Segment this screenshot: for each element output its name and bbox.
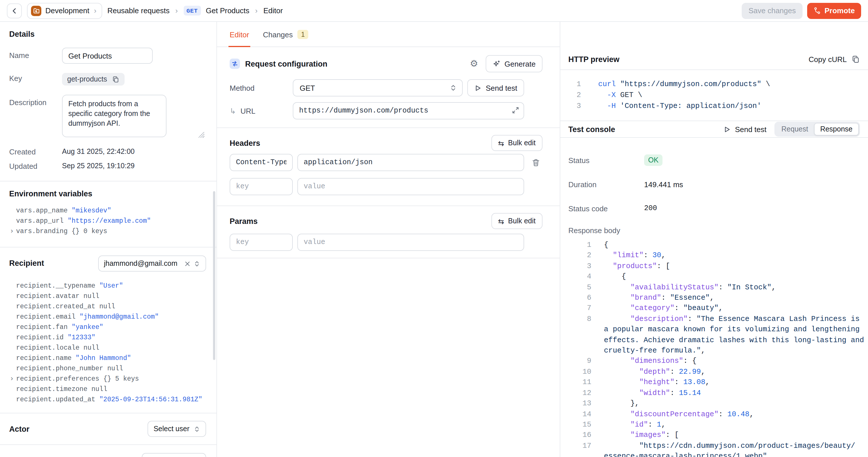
description-label: Description [9,95,62,140]
code-line: essence-mascara-lash-princess/1.webp" [568,451,860,457]
breadcrumb-request[interactable]: Get Products [206,6,249,15]
headers-heading: Headers [229,139,260,147]
variable-row: recipient.localenull [16,343,206,353]
variable-row: recipient.created_atnull [16,301,206,312]
trash-icon[interactable] [524,158,547,167]
editor-tab-bar: Editor Changes 1 [217,22,560,47]
headers-bulk-edit-button[interactable]: ⇆ Bulk edit [491,135,542,151]
section-divider [217,127,560,128]
code-line: 1{ [568,240,860,251]
changes-count-badge: 1 [298,30,309,39]
url-label: ↳ URL [229,106,293,115]
header-key-input[interactable] [229,154,293,171]
url-input[interactable] [293,102,524,119]
status-label: Status [568,156,644,164]
params-heading: Params [229,217,258,225]
variable-row[interactable]: ›vars.branding{} 0 keys [16,226,206,237]
tab-editor[interactable]: Editor [229,30,249,47]
copy-icon [851,55,860,64]
code-line: 2 "limit": 30, [568,251,860,261]
chevron-updown-icon [450,84,457,92]
method-select[interactable]: GET [293,79,463,96]
code-line: 17 "https://cdn.dummyjson.com/product-im… [568,440,860,451]
status-code-value: 200 [644,204,657,212]
variable-row: recipient.updated_at"2025-09-23T14:56:31… [16,394,206,405]
sparkle-icon [493,60,501,68]
breadcrumb-project[interactable]: Development › [27,3,102,19]
code-line: 14 "discountPercentage": 10.48, [568,409,860,420]
variable-row: recipient.id"12333" [16,332,206,343]
recipient-variables-list: recipient.__typename"User"recipient.avat… [9,281,206,405]
updated-label: Updated [9,161,62,171]
environment-variables-list: vars.app_name"mikesdev"vars.app_url"http… [9,206,206,237]
chevron-updown-icon [193,260,200,267]
code-line: 4 { [568,272,860,282]
key-label: Key [9,73,62,86]
copy-icon[interactable] [112,75,120,83]
header-value-input-empty[interactable] [298,178,524,195]
variable-row: vars.app_name"mikesdev" [16,206,206,216]
status-badge: OK [644,154,662,166]
expand-icon[interactable] [512,106,520,114]
code-line: effects. Achieve dramatic lashes with th… [568,335,860,346]
back-button[interactable] [7,3,22,18]
description-textarea[interactable]: Fetch products from a specific category … [62,95,166,137]
expand-chevron-icon[interactable]: › [10,374,14,384]
breadcrumb-section[interactable]: Reusable requests [107,6,169,15]
details-sidebar: Details Name Key get-products Descriptio… [0,22,217,457]
curl-preview-code: 1curl "https://dummyjson.com/products" \… [560,70,868,121]
param-key-input-empty[interactable] [229,234,293,251]
promote-button[interactable]: Promote [807,3,861,19]
created-value: Aug 31 2025, 22:42:00 [62,147,135,156]
console-send-test-button[interactable]: Send test [723,125,766,133]
promote-icon [814,7,821,14]
editor-panel: Editor Changes 1 Request configuration ⚙… [217,22,560,457]
test-console-heading: Test console [568,125,615,133]
code-line: a popular mascara known for its volumizi… [568,325,860,335]
param-value-input-empty[interactable] [298,234,524,251]
name-input[interactable] [62,48,153,64]
details-heading: Details [9,30,206,38]
actor-select[interactable]: Select user [148,421,206,437]
bulk-edit-icon: ⇆ [498,139,504,147]
duration-label: Duration [568,180,644,189]
code-line: cruelty-free formula.", [568,346,860,356]
request-response-toggle: Request Response [774,122,860,136]
close-icon[interactable] [184,261,191,267]
code-line: 9 "dimensions": { [568,356,860,367]
code-line: 3 -H 'Content-Type: application/json' [568,100,860,111]
tenant-select[interactable]: Select tenant [142,453,206,457]
chevron-updown-icon [193,425,200,433]
toggle-response[interactable]: Response [814,123,859,135]
variable-row[interactable]: ›recipient.preferences{} 5 keys [16,374,206,384]
save-changes-button[interactable]: Save changes [742,3,803,19]
code-line: 7 "category": "beauty", [568,303,860,314]
send-test-button[interactable]: Send test [467,79,524,96]
http-preview-heading: HTTP preview [568,55,619,64]
code-line: 3 "products": [ [568,261,860,272]
response-body-code: 1{2 "limit": 30,3 "products": [4 {5 "ava… [560,235,868,457]
params-bulk-edit-button[interactable]: ⇆ Bulk edit [491,213,542,229]
expand-chevron-icon[interactable]: › [10,226,14,237]
resize-handle[interactable] [198,132,205,138]
recipient-select[interactable]: jhammond@gmail.com [98,255,206,272]
chevron-left-icon [11,7,18,14]
variable-row: vars.app_url"https://example.com" [16,216,206,226]
sidebar-scrollbar[interactable] [213,191,215,360]
generate-button[interactable]: Generate [486,55,542,72]
header-value-input[interactable] [298,154,524,171]
copy-curl-button[interactable]: Copy cURL [809,55,860,64]
gear-icon[interactable]: ⚙ [470,59,478,68]
section-divider [217,258,560,258]
recipient-selected-value: jhammond@gmail.com [104,260,177,268]
header-key-input-empty[interactable] [229,178,293,195]
key-value-pill: get-products [62,73,125,86]
preview-panel: HTTP preview Copy cURL 1curl "https://du… [560,22,868,457]
toggle-request[interactable]: Request [776,123,814,135]
tab-changes[interactable]: Changes 1 [263,30,309,47]
code-line: 15 "id": 1, [568,420,860,430]
environment-variables-section: Environment variables vars.app_name"mike… [0,181,216,247]
tenant-section: Tenant Select tenant [0,445,216,457]
breadcrumb-page: Editor [263,6,283,15]
variable-row: recipient.__typename"User" [16,281,206,291]
